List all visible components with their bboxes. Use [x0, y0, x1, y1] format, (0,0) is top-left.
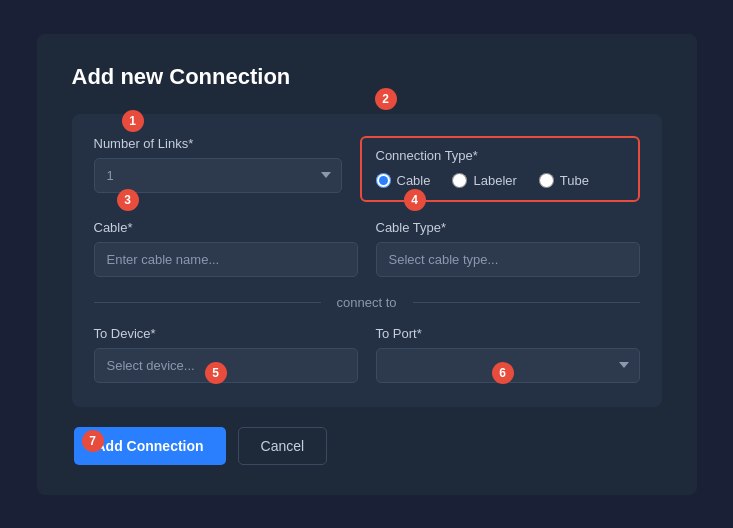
divider-line-right — [413, 302, 640, 303]
button-row: Add Connection Cancel — [72, 427, 662, 465]
modal-title: Add new Connection — [72, 64, 662, 90]
radio-cable[interactable] — [376, 173, 391, 188]
badge-6: 6 — [492, 362, 514, 384]
form-card: Number of Links* 1 2 3 Connection Type* … — [72, 114, 662, 407]
radio-option-labeler[interactable]: Labeler — [452, 173, 516, 188]
number-of-links-select[interactable]: 1 2 3 — [94, 158, 342, 193]
connection-type-label: Connection Type* — [376, 148, 624, 163]
cable-input[interactable] — [94, 242, 358, 277]
cable-type-label: Cable Type* — [376, 220, 640, 235]
radio-tube[interactable] — [539, 173, 554, 188]
badge-5: 5 — [205, 362, 227, 384]
radio-cable-label: Cable — [397, 173, 431, 188]
divider-row: connect to — [94, 295, 640, 310]
cable-label: Cable* — [94, 220, 358, 235]
to-device-label: To Device* — [94, 326, 358, 341]
badge-7: 7 — [82, 430, 104, 452]
cancel-button[interactable]: Cancel — [238, 427, 328, 465]
radio-labeler[interactable] — [452, 173, 467, 188]
badge-2: 2 — [375, 88, 397, 110]
device-port-row: To Device* To Port* — [94, 326, 640, 383]
modal: Add new Connection Number of Links* 1 2 … — [37, 34, 697, 495]
connect-to-label: connect to — [321, 295, 413, 310]
radio-option-tube[interactable]: Tube — [539, 173, 589, 188]
cable-row: Cable* Cable Type* — [94, 220, 640, 277]
cable-type-group: Cable Type* — [376, 220, 640, 277]
radio-labeler-label: Labeler — [473, 173, 516, 188]
top-row: Number of Links* 1 2 3 Connection Type* … — [94, 136, 640, 202]
connection-type-radio-group: Cable Labeler Tube — [376, 173, 624, 188]
badge-4: 4 — [404, 189, 426, 211]
radio-option-cable[interactable]: Cable — [376, 173, 431, 188]
cable-type-input[interactable] — [376, 242, 640, 277]
number-of-links-label: Number of Links* — [94, 136, 342, 151]
to-port-label: To Port* — [376, 326, 640, 341]
badge-3: 3 — [117, 189, 139, 211]
cable-group: Cable* — [94, 220, 358, 277]
radio-tube-label: Tube — [560, 173, 589, 188]
connection-type-group: Connection Type* Cable Labeler Tube — [360, 136, 640, 202]
badge-1: 1 — [122, 110, 144, 132]
divider-line-left — [94, 302, 321, 303]
